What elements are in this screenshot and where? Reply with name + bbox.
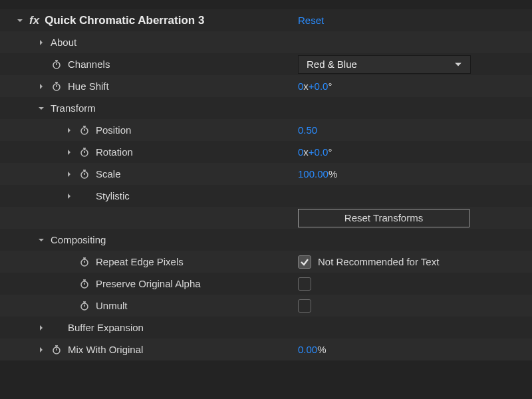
channels-label: Channels	[68, 59, 110, 70]
transform-label: Transform	[51, 102, 96, 114]
stopwatch-icon[interactable]	[51, 59, 63, 70]
hueshift-sep: x	[303, 80, 309, 92]
rotation-label: Rotation	[96, 146, 133, 158]
hueshift-unit: °	[328, 80, 332, 92]
reset-transforms-label: Reset Transforms	[344, 212, 423, 223]
effect-collapse-toggle[interactable]	[16, 17, 24, 24]
buffer-expand[interactable]	[37, 325, 45, 331]
scale-unit: %	[329, 168, 337, 180]
position-value[interactable]: 0.50	[298, 124, 317, 136]
reset-link[interactable]: Reset	[298, 15, 324, 26]
rotation-deg[interactable]: +0.0	[309, 146, 329, 158]
stopwatch-icon[interactable]	[78, 300, 90, 312]
stopwatch-icon[interactable]	[78, 256, 90, 268]
position-expand[interactable]	[65, 127, 73, 134]
repeat-edge-checkbox[interactable]	[298, 255, 311, 269]
rotation-expand[interactable]	[65, 149, 73, 156]
scale-label: Scale	[96, 168, 121, 180]
buffer-expansion-label: Buffer Expansion	[68, 322, 144, 333]
mix-value[interactable]: 0.00	[298, 344, 317, 355]
stopwatch-icon[interactable]	[78, 146, 90, 158]
channels-selected: Red & Blue	[307, 59, 357, 70]
scale-expand[interactable]	[65, 171, 73, 178]
hueshift-expand[interactable]	[37, 83, 45, 90]
stopwatch-icon[interactable]	[78, 124, 90, 136]
stopwatch-icon[interactable]	[51, 80, 63, 92]
rotation-turns[interactable]: 0	[298, 146, 303, 158]
hueshift-turns[interactable]: 0	[298, 80, 303, 92]
stylistic-label: Stylistic	[96, 190, 130, 201]
unmult-label: Unmult	[96, 300, 128, 311]
mix-unit: %	[317, 344, 326, 355]
rotation-sep: x	[303, 146, 309, 158]
scale-value[interactable]: 100.00	[298, 168, 329, 180]
about-expand[interactable]	[37, 39, 45, 46]
unmult-checkbox[interactable]	[298, 299, 311, 313]
effect-title: Quick Chromatic Aberration 3	[45, 14, 204, 27]
about-label: About	[51, 37, 76, 48]
channels-dropdown[interactable]: Red & Blue	[298, 55, 471, 74]
repeat-edge-label: Repeat Edge Pixels	[96, 256, 184, 267]
compositing-label: Compositing	[51, 234, 106, 245]
compositing-collapse[interactable]	[37, 237, 45, 243]
preserve-alpha-checkbox[interactable]	[298, 277, 311, 291]
preserve-alpha-label: Preserve Original Alpha	[96, 278, 201, 289]
rotation-unit: °	[328, 146, 332, 158]
hueshift-deg[interactable]: +0.0	[309, 80, 329, 92]
position-label: Position	[96, 124, 131, 136]
repeat-edge-note: Not Recommended for Text	[318, 256, 439, 267]
reset-transforms-button[interactable]: Reset Transforms	[298, 209, 469, 227]
stopwatch-icon[interactable]	[51, 344, 63, 356]
fx-icon: fx	[29, 14, 39, 27]
chevron-down-icon	[454, 61, 462, 68]
stopwatch-icon[interactable]	[78, 278, 90, 290]
mix-label: Mix With Original	[68, 344, 143, 355]
transform-collapse[interactable]	[37, 105, 45, 112]
stopwatch-icon[interactable]	[78, 168, 90, 180]
hueshift-label: Hue Shift	[68, 80, 109, 92]
mix-expand[interactable]	[37, 346, 45, 353]
stylistic-expand[interactable]	[65, 193, 73, 200]
